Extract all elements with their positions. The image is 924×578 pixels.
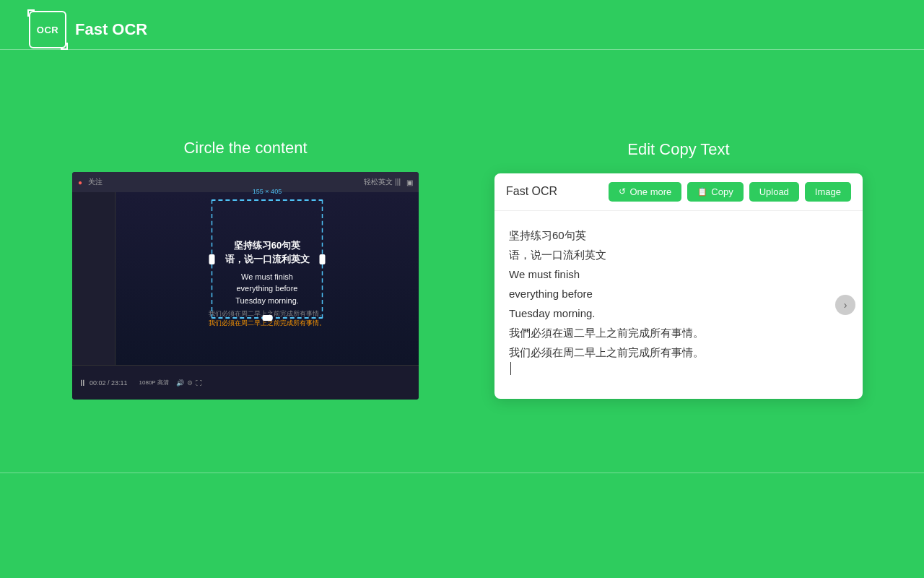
video-top-stats: 轻松英文 ||| <box>364 177 401 187</box>
left-panel-title: Circle the content <box>183 139 307 158</box>
video-time: 00:02 / 23:11 <box>90 379 128 387</box>
image-button[interactable]: Image <box>805 182 851 202</box>
handle-left <box>209 254 215 264</box>
logo-ocr-text: OCR <box>37 25 58 35</box>
handle-bottom <box>262 315 272 321</box>
ocr-text-area: 坚持练习60句英 语，说一口流利英文 We must finish everyt… <box>494 211 863 399</box>
ocr-line-6: 我們必須在週二早上之前完成所有事情。 <box>509 323 848 342</box>
video-control-buttons: 1080P 高清 🔊 ⚙ ⛶ <box>134 379 202 387</box>
left-panel: Circle the content ● 关注 轻松英文 ||| ▣ <box>58 139 433 400</box>
text-cursor <box>510 362 511 375</box>
video-top-btn: ▣ <box>406 178 413 186</box>
one-more-button[interactable]: ↺ One more <box>609 182 681 202</box>
video-sidebar <box>72 192 116 365</box>
scroll-next-button[interactable]: › <box>835 295 855 315</box>
copy-button[interactable]: 📋 Copy <box>687 182 743 202</box>
ocr-result-box: Fast OCR ↺ One more 📋 Copy Upload Image <box>494 173 863 399</box>
selection-size-label: 155 × 405 <box>253 188 282 195</box>
quality-label: 1080P 高清 <box>139 379 169 387</box>
main-content: Circle the content ● 关注 轻松英文 ||| ▣ <box>0 65 924 473</box>
right-panel: Edit Copy Text Fast OCR ↺ One more 📋 Cop… <box>491 140 866 399</box>
copy-icon: 📋 <box>697 187 707 197</box>
video-body: 155 × 405 坚持练习60句英 语，说一口流利英文 We must fin… <box>72 192 419 365</box>
right-panel-title: Edit Copy Text <box>627 140 729 159</box>
top-divider <box>0 49 924 50</box>
ocr-line-1: 坚持练习60句英 <box>509 225 848 245</box>
refresh-icon: ↺ <box>619 186 626 197</box>
video-tab-label: 关注 <box>88 177 103 187</box>
upload-button[interactable]: Upload <box>749 182 799 202</box>
volume-icon[interactable]: 🔊 <box>176 379 184 387</box>
fullscreen-icon[interactable]: ⛶ <box>196 379 202 387</box>
ocr-line-7: 我们必须在周二早上之前完成所有事情。 <box>509 342 848 362</box>
handle-right <box>320 254 326 264</box>
video-controls-bar: ⏸ 00:02 / 23:11 1080P 高清 🔊 ⚙ ⛶ <box>72 365 419 400</box>
video-top-right: 轻松英文 ||| ▣ <box>364 177 413 187</box>
app-header: OCR Fast OCR <box>29 11 147 48</box>
video-screenshot: ● 关注 轻松英文 ||| ▣ 155 × 405 <box>72 172 419 400</box>
ocr-line-2: 语，说一口流利英文 <box>509 245 848 264</box>
selection-rect: 155 × 405 <box>212 199 323 319</box>
ocr-line-3: We must finish <box>509 264 848 284</box>
ocr-line-5: Tuesday morning. <box>509 303 848 323</box>
video-top-bar: ● 关注 轻松英文 ||| ▣ <box>72 172 419 192</box>
ocr-action-buttons: ↺ One more 📋 Copy Upload Image <box>609 182 851 202</box>
ocr-header: Fast OCR ↺ One more 📋 Copy Upload Image <box>494 173 863 211</box>
ocr-box-title: Fast OCR <box>506 185 557 198</box>
video-main: 155 × 405 坚持练习60句英 语，说一口流利英文 We must fin… <box>116 192 419 365</box>
ocr-line-4: everything before <box>509 284 848 303</box>
play-icon[interactable]: ⏸ <box>78 378 87 388</box>
app-name: Fast OCR <box>75 20 147 39</box>
logo-icon: OCR <box>29 11 66 48</box>
settings-icon[interactable]: ⚙ <box>187 379 193 387</box>
